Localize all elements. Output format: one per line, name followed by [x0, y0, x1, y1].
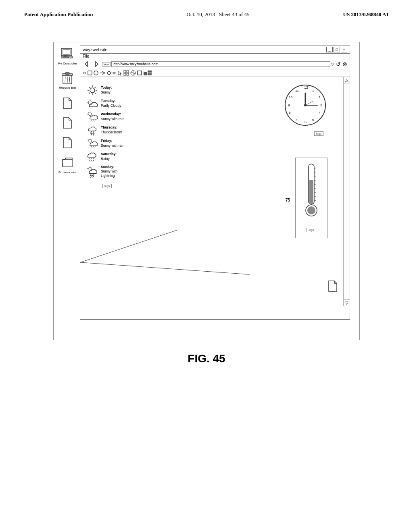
svg-rect-28	[127, 73, 129, 75]
svg-line-53	[91, 119, 92, 121]
svg-text:2: 2	[319, 96, 321, 99]
weather-thursday: Thursday:Thunderstorm	[86, 125, 175, 135]
svg-rect-35	[150, 73, 152, 75]
minimize-button[interactable]: _	[326, 47, 333, 52]
svg-line-60	[91, 146, 92, 148]
svg-rect-33	[148, 71, 152, 73]
svg-point-89	[304, 104, 307, 106]
svg-line-58	[88, 139, 89, 139]
browser-tools-toolbar: ✂ ✏	[80, 69, 350, 77]
svg-text:4: 4	[319, 111, 321, 114]
my-computer-icon[interactable]: My Computer	[58, 46, 77, 65]
forward-button[interactable]	[92, 60, 100, 68]
svg-rect-34	[148, 73, 150, 75]
scroll-down-button[interactable]: ▽	[344, 299, 350, 306]
svg-point-93	[307, 206, 315, 214]
weather-sunday: Sunday:Sunny withLightning	[86, 165, 175, 178]
svg-point-69	[89, 167, 92, 170]
weather-wednesday-text: Wednesday:Sunny with rain	[101, 112, 124, 121]
weather-today-text: Today:Sunny	[101, 85, 112, 94]
stop-button[interactable]: ⊗	[342, 61, 347, 68]
thunderstorm-icon	[86, 125, 98, 135]
svg-line-63	[89, 158, 90, 160]
scissors-icon[interactable]: ✂	[83, 71, 86, 76]
svg-line-103	[80, 230, 177, 262]
svg-line-64	[91, 158, 92, 160]
svg-text:11: 11	[295, 89, 299, 93]
sunny-rain-icon	[86, 112, 98, 122]
svg-line-104	[80, 262, 250, 274]
svg-text:8: 8	[289, 111, 291, 114]
back-button[interactable]	[83, 60, 91, 68]
file-icon-2[interactable]	[60, 116, 75, 130]
recycle-bin-icon[interactable]: Recycle Bin	[59, 71, 76, 89]
svg-marker-24	[107, 71, 111, 75]
my-computer-label: My Computer	[58, 62, 77, 65]
square-icon	[88, 71, 92, 75]
figure-container: My Computer	[53, 42, 360, 340]
scroll-up-button[interactable]: △	[344, 77, 350, 83]
browser-menubar: File	[80, 54, 350, 59]
weather-logo: logo	[102, 184, 112, 188]
file-icon-3[interactable]	[60, 135, 75, 150]
content-file-icon	[328, 280, 338, 294]
close-button[interactable]: ×	[341, 47, 347, 52]
svg-text:1: 1	[312, 89, 314, 93]
diamond-icon	[106, 71, 111, 75]
browser-address-toolbar: logo http//www.wxyzwebsite.com ▽ ↺ ⊗	[80, 59, 350, 69]
svg-text:3: 3	[320, 103, 322, 107]
weather-friday-text: Friday:Sunny with rain	[101, 139, 124, 148]
address-logo: logo	[102, 62, 111, 66]
file-icon-1[interactable]	[60, 96, 75, 110]
browser-exe-icon[interactable]: Browser.exe	[58, 155, 76, 174]
recycle-bin-label: Recycle Bin	[59, 86, 76, 89]
desktop-icons-panel: My Computer	[58, 46, 77, 174]
browser-scrollbar[interactable]: △ ▽	[343, 77, 350, 306]
url-dropdown[interactable]: ▽	[331, 62, 334, 66]
svg-line-62	[95, 146, 96, 148]
browser-window: wxyzwebsite _ □ × File	[80, 46, 350, 320]
svg-line-16	[65, 77, 65, 83]
url-input[interactable]: http//www.wxyzwebsite.com	[111, 61, 330, 67]
svg-rect-32	[144, 72, 147, 75]
weather-today: Today:Sunny	[86, 85, 175, 95]
svg-line-61	[93, 146, 94, 148]
pencil-icon[interactable]: ✏	[113, 71, 116, 76]
svg-rect-1	[63, 50, 70, 54]
refresh-button[interactable]: ↺	[336, 61, 341, 68]
main-content: My Computer	[0, 22, 413, 373]
svg-line-44	[89, 92, 90, 94]
weather-sunday-text: Sunday:Sunny withLightning	[101, 165, 118, 178]
svg-point-49	[89, 112, 92, 116]
svg-line-51	[88, 112, 89, 112]
grid-icon	[123, 70, 129, 76]
browser-titlebar: wxyzwebsite _ □ ×	[80, 46, 350, 54]
square2-icon	[137, 71, 142, 75]
browser-title: wxyzwebsite	[83, 47, 108, 52]
weather-tuesday-text: Tuesday:Partly Cloudy	[101, 99, 121, 108]
svg-rect-25	[124, 71, 126, 73]
svg-rect-27	[124, 73, 126, 75]
weather-friday: Friday:Sunny with rain	[86, 138, 175, 148]
svg-line-66	[89, 160, 90, 162]
address-bar: logo http//www.wxyzwebsite.com ▽	[102, 61, 334, 67]
svg-marker-21	[96, 62, 98, 66]
circle-icon	[94, 71, 98, 75]
svg-line-54	[93, 119, 94, 121]
svg-text:12: 12	[304, 85, 308, 89]
svg-line-42	[95, 92, 96, 94]
svg-text:7: 7	[295, 118, 297, 122]
file-menu[interactable]: File	[83, 54, 89, 58]
browser-content: Today:Sunny	[80, 77, 350, 306]
web-icon	[130, 70, 136, 76]
svg-text:10: 10	[289, 96, 292, 99]
svg-text:5: 5	[312, 118, 314, 122]
svg-point-56	[89, 139, 92, 142]
weather-thursday-text: Thursday:Thunderstorm	[101, 125, 122, 134]
svg-line-55	[95, 119, 96, 121]
weather-wednesday: Wednesday:Sunny with rain	[86, 112, 175, 122]
svg-line-88	[305, 101, 313, 105]
weather-saturday-text: Saturday:Rainy	[101, 152, 117, 161]
maximize-button[interactable]: □	[334, 47, 340, 52]
svg-text:9: 9	[288, 103, 290, 107]
